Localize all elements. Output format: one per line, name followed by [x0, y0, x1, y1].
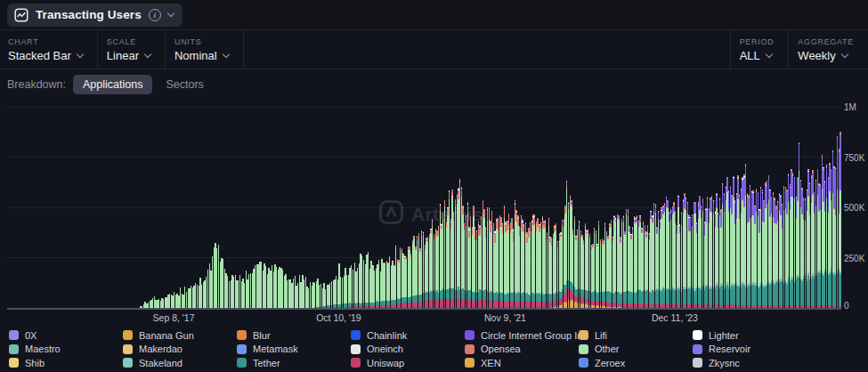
legend-item-shib[interactable]: Shib	[9, 356, 123, 370]
legend-item-stakeland[interactable]: Stakeland	[123, 356, 237, 370]
legend-item-0x[interactable]: 0X	[9, 328, 123, 343]
legend-label: Oneinch	[367, 344, 403, 354]
legend-item-other[interactable]: Other	[579, 343, 693, 357]
legend-swatch	[123, 344, 133, 354]
legend-swatch	[465, 330, 475, 340]
legend-item-chainlink[interactable]: Chainlink	[351, 328, 465, 343]
period-value: ALL	[740, 49, 760, 62]
legend-item-zeroex[interactable]: Zeroex	[579, 356, 693, 370]
legend-label: Tether	[253, 358, 280, 368]
x-tick-label: Sep 8, '17	[153, 312, 195, 323]
legend-swatch	[579, 358, 588, 368]
controls-spacer	[244, 30, 730, 69]
legend-item-banana-gun[interactable]: Banana Gun	[123, 328, 237, 343]
breakdown-tab-sectors[interactable]: Sectors	[159, 75, 209, 94]
page-title: Transacting Users	[36, 8, 142, 21]
breakdown-tab-applications[interactable]: Applications	[73, 75, 152, 94]
legend-swatch	[693, 330, 702, 340]
legend-swatch	[693, 344, 702, 354]
legend-label: XEN	[481, 358, 501, 368]
legend-item-maestro[interactable]: Maestro	[9, 343, 123, 357]
legend-swatch	[9, 344, 19, 354]
y-tick-label: 750K	[844, 152, 868, 162]
chart-area: Artemis 1M750K500K250K0 Sep 8, '17Oct 10…	[0, 100, 868, 326]
legend-item-uniswap[interactable]: Uniswap	[351, 356, 465, 370]
chevron-down-icon	[144, 50, 151, 57]
legend-label: Circle Internet Group Inc	[481, 330, 588, 341]
legend-item-blur[interactable]: Blur	[237, 328, 351, 343]
legend-item-makerdao[interactable]: Makerdao	[123, 343, 237, 357]
legend-swatch	[123, 330, 133, 340]
chart-type-dropdown[interactable]: CHART Stacked Bar	[0, 30, 98, 69]
breakdown-row: Breakdown: Applications Sectors	[0, 69, 868, 100]
legend-label: Shib	[25, 358, 45, 368]
chevron-down-icon	[766, 50, 773, 57]
y-tick-label: 0	[844, 301, 868, 311]
legend-item-zkysnc[interactable]: Zkysnc	[693, 356, 807, 370]
legend-item-opensea[interactable]: Opensea	[465, 343, 579, 357]
chart-controls: CHART Stacked Bar SCALE Linear UNITS Nom…	[0, 29, 868, 69]
legend-item-lighter[interactable]: Lighter	[693, 328, 807, 343]
legend-swatch	[693, 358, 702, 368]
x-tick-label: Dec 11, '23	[652, 312, 698, 323]
scale-dropdown[interactable]: SCALE Linear	[98, 30, 166, 69]
chart-type-label: CHART	[8, 37, 83, 46]
units-value: Nominal	[174, 49, 217, 62]
info-icon[interactable]: i	[149, 9, 161, 21]
legend-label: Zeroex	[595, 358, 625, 368]
y-tick-label: 250K	[844, 253, 868, 263]
y-tick-label: 500K	[844, 203, 868, 213]
y-tick-label: 1M	[844, 102, 868, 112]
legend-item-lifi[interactable]: Lifi	[579, 328, 693, 343]
legend-label: Opensea	[481, 344, 521, 354]
legend-swatch	[9, 330, 19, 340]
legend-label: Banana Gun	[139, 330, 194, 341]
chevron-down-icon	[840, 50, 848, 57]
x-tick-label: Oct 10, '19	[316, 312, 361, 323]
legend-label: Other	[595, 344, 620, 354]
legend-swatch	[579, 330, 588, 340]
breakdown-label: Breakdown:	[7, 78, 66, 91]
period-dropdown[interactable]: PERIOD ALL	[730, 30, 789, 69]
scale-label: SCALE	[107, 37, 150, 46]
legend-swatch	[9, 358, 19, 368]
chart-type-value: Stacked Bar	[8, 49, 71, 62]
aggregate-value: Weekly	[798, 49, 835, 62]
metric-selector[interactable]: Transacting Users i	[7, 4, 183, 27]
legend-item-metamask[interactable]: Metamask	[237, 343, 351, 357]
chevron-down-icon	[222, 50, 229, 57]
legend-label: Blur	[253, 330, 271, 341]
stacked-bar-plot[interactable]	[0, 100, 844, 313]
chevron-down-icon	[167, 10, 174, 17]
aggregate-dropdown[interactable]: AGGREGATE Weekly	[788, 30, 868, 69]
legend-label: Makerdao	[139, 344, 183, 354]
legend-label: Maestro	[25, 344, 61, 354]
scale-value: Linear	[107, 49, 139, 62]
legend-item-tether[interactable]: Tether	[237, 356, 351, 370]
legend-swatch	[465, 358, 475, 368]
legend-label: Zkysnc	[709, 358, 740, 368]
legend-label: Metamask	[253, 344, 298, 354]
legend-label: Chainlink	[367, 330, 407, 341]
legend-swatch	[351, 330, 361, 340]
legend-swatch	[579, 344, 588, 354]
legend-label: Lifi	[595, 330, 607, 341]
line-chart-icon	[14, 8, 28, 22]
chevron-down-icon	[77, 50, 84, 57]
legend-swatch	[351, 344, 361, 354]
legend-swatch	[237, 358, 247, 368]
units-dropdown[interactable]: UNITS Nominal	[166, 30, 244, 69]
legend-item-reservoir[interactable]: Reservoir	[693, 343, 807, 357]
legend-swatch	[465, 344, 475, 354]
units-label: UNITS	[174, 37, 229, 46]
chart-legend: 0XBanana GunBlurChainlinkCircle Internet…	[0, 326, 868, 370]
legend-label: Uniswap	[367, 358, 404, 368]
legend-item-xen[interactable]: XEN	[465, 356, 579, 370]
legend-swatch	[351, 358, 361, 368]
legend-label: 0X	[25, 330, 37, 341]
legend-item-oneinch[interactable]: Oneinch	[351, 343, 465, 357]
legend-label: Reservoir	[709, 344, 750, 354]
legend-item-circle-internet-group-inc[interactable]: Circle Internet Group Inc	[465, 328, 579, 343]
legend-label: Stakeland	[139, 358, 183, 368]
legend-swatch	[237, 330, 247, 340]
